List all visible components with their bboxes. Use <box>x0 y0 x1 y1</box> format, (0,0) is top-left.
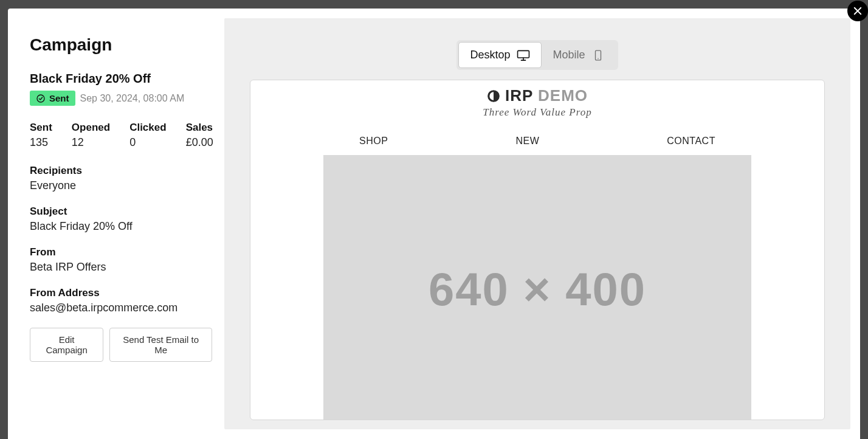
device-toggle: Desktop Mobile <box>456 40 618 70</box>
campaign-name: Black Friday 20% Off <box>30 72 212 86</box>
field-label: Recipients <box>30 165 212 177</box>
field-label: Subject <box>30 206 212 218</box>
stat-label: Opened <box>72 122 110 134</box>
stat-label: Sent <box>30 122 52 134</box>
stat-value: 0 <box>129 136 166 149</box>
stat-value: 12 <box>72 136 110 149</box>
check-circle-icon <box>36 94 46 103</box>
field-subject: Subject Black Friday 20% Off <box>30 206 212 233</box>
field-value: Black Friday 20% Off <box>30 220 212 233</box>
nav-new[interactable]: NEW <box>515 136 539 147</box>
preview-pane: Desktop Mobile <box>224 18 850 429</box>
send-test-email-button[interactable]: Send Test Email to Me <box>109 328 212 362</box>
action-buttons: Edit Campaign Send Test Email to Me <box>30 328 212 362</box>
field-from: From Beta IRP Offers <box>30 246 212 274</box>
stat-sent: Sent 135 <box>30 122 52 149</box>
brand-text-a: IRP <box>505 86 533 105</box>
svg-point-3 <box>598 58 599 59</box>
campaign-sidebar: Campaign Black Friday 20% Off Sent Sep 3… <box>18 18 224 429</box>
field-value: sales@beta.irpcommerce.com <box>30 302 212 314</box>
campaign-modal: Campaign Black Friday 20% Off Sent Sep 3… <box>8 9 860 439</box>
device-label: Desktop <box>470 49 510 61</box>
field-from-address: From Address sales@beta.irpcommerce.com <box>30 287 212 314</box>
stat-label: Sales <box>186 122 213 134</box>
nav-contact[interactable]: CONTACT <box>667 136 715 147</box>
status-badge: Sent <box>30 91 75 106</box>
status-row: Sent Sep 30, 2024, 08:00 AM <box>30 91 212 106</box>
hero-image-placeholder: 640 × 400 <box>323 155 751 420</box>
stat-label: Clicked <box>129 122 166 134</box>
brand-name: IRP DEMO <box>505 86 588 105</box>
svg-point-0 <box>37 95 44 102</box>
email-preview-frame: IRP DEMO Three Word Value Prop SHOP NEW … <box>250 80 825 420</box>
stat-opened: Opened 12 <box>72 122 110 149</box>
field-value: Everyone <box>30 179 212 192</box>
hero-placeholder-text: 640 × 400 <box>429 263 646 316</box>
page-title: Campaign <box>30 35 212 55</box>
field-recipients: Recipients Everyone <box>30 165 212 192</box>
svg-rect-1 <box>517 50 529 58</box>
preview-nav: SHOP NEW CONTACT <box>250 136 824 147</box>
close-icon <box>852 5 863 16</box>
field-label: From Address <box>30 287 212 299</box>
field-value: Beta IRP Offers <box>30 261 212 274</box>
brand-text-b: DEMO <box>538 86 588 105</box>
edit-campaign-button[interactable]: Edit Campaign <box>30 328 103 362</box>
stat-sales: Sales £0.00 <box>186 122 213 149</box>
status-date: Sep 30, 2024, 08:00 AM <box>80 93 185 104</box>
device-mobile-tab[interactable]: Mobile <box>542 42 616 68</box>
mobile-icon <box>591 50 605 61</box>
stats-row: Sent 135 Opened 12 Clicked 0 Sales £0.00 <box>30 122 212 149</box>
device-desktop-tab[interactable]: Desktop <box>458 42 541 68</box>
desktop-icon <box>517 50 530 61</box>
status-label: Sent <box>49 93 69 103</box>
stat-clicked: Clicked 0 <box>129 122 166 149</box>
nav-shop[interactable]: SHOP <box>359 136 388 147</box>
field-label: From <box>30 246 212 258</box>
preview-brand: IRP DEMO Three Word Value Prop <box>250 86 824 119</box>
brand-logo-icon <box>487 89 500 103</box>
device-label: Mobile <box>553 49 585 61</box>
close-button[interactable] <box>847 1 868 21</box>
stat-value: £0.00 <box>186 136 213 149</box>
stat-value: 135 <box>30 136 52 149</box>
brand-tagline: Three Word Value Prop <box>250 106 824 119</box>
